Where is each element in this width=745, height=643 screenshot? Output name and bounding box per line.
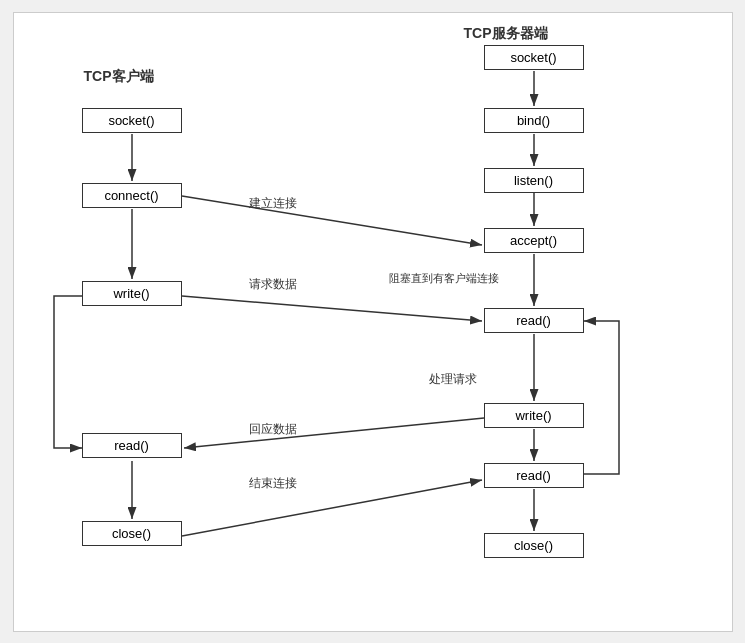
server-label: TCP服务器端 <box>464 25 548 43</box>
diagram-container: TCP客户端 TCP服务器端 socket() connect() write(… <box>13 12 733 632</box>
server-write-box: write() <box>484 403 584 428</box>
svg-line-14 <box>184 418 484 448</box>
svg-line-13 <box>182 296 482 321</box>
label-block: 阻塞直到有客户端连接 <box>389 271 499 286</box>
label-end: 结束连接 <box>249 475 297 492</box>
server-close-box: close() <box>484 533 584 558</box>
client-close-box: close() <box>82 521 182 546</box>
client-write-box: write() <box>82 281 182 306</box>
svg-line-12 <box>182 196 482 245</box>
server-socket-box: socket() <box>484 45 584 70</box>
server-listen-box: listen() <box>484 168 584 193</box>
client-socket-box: socket() <box>82 108 182 133</box>
label-request: 请求数据 <box>249 276 297 293</box>
svg-line-15 <box>182 480 482 536</box>
label-process: 处理请求 <box>429 371 477 388</box>
label-response: 回应数据 <box>249 421 297 438</box>
label-establish: 建立连接 <box>249 195 297 212</box>
server-read1-box: read() <box>484 308 584 333</box>
client-connect-box: connect() <box>82 183 182 208</box>
client-read-box: read() <box>82 433 182 458</box>
server-accept-box: accept() <box>484 228 584 253</box>
server-bind-box: bind() <box>484 108 584 133</box>
client-label: TCP客户端 <box>84 68 154 86</box>
server-read2-box: read() <box>484 463 584 488</box>
